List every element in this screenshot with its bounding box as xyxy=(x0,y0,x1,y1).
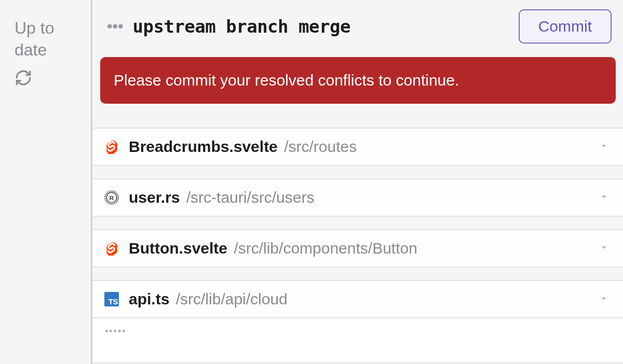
file-diff-content: ••••• xyxy=(92,318,623,363)
file-name: api.ts xyxy=(129,290,169,307)
svelte-icon xyxy=(104,241,119,256)
file-row[interactable]: TS api.ts /src/lib/api/cloud xyxy=(92,280,623,318)
file-path: /src/routes xyxy=(284,138,357,155)
sidebar: Up to date xyxy=(0,0,91,364)
typescript-icon: TS xyxy=(104,291,119,307)
chevron-down-icon[interactable] xyxy=(598,242,610,255)
commit-button[interactable]: Commit xyxy=(519,9,612,44)
conflict-alert: Please commit your resolved conflicts to… xyxy=(100,57,616,104)
file-text: Button.svelte /src/lib/components/Button xyxy=(129,240,589,257)
file-path: /src/lib/components/Button xyxy=(234,240,417,257)
file-name: Breadcrumbs.svelte xyxy=(129,138,278,155)
refresh-icon[interactable] xyxy=(15,69,83,89)
commit-title: upstream branch merge xyxy=(133,16,509,37)
file-text: user.rs /src-tauri/src/users xyxy=(129,189,589,206)
sync-status-text: Up to date xyxy=(15,18,83,61)
file-text: Breadcrumbs.svelte /src/routes xyxy=(129,138,589,156)
chevron-up-icon[interactable] xyxy=(598,292,610,306)
changed-files-list: Breadcrumbs.svelte /src/routes R user.rs… xyxy=(92,128,623,363)
rust-icon: R xyxy=(104,190,119,205)
file-name: Button.svelte xyxy=(129,240,227,257)
commit-header: ••• upstream branch merge Commit xyxy=(92,3,623,57)
file-row[interactable]: R user.rs /src-tauri/src/users xyxy=(92,178,623,217)
file-name: user.rs xyxy=(129,189,180,206)
chevron-down-icon[interactable] xyxy=(598,140,610,153)
chevron-down-icon[interactable] xyxy=(598,191,610,204)
file-path: /src/lib/api/cloud xyxy=(176,290,288,307)
svg-text:R: R xyxy=(110,194,114,201)
svelte-icon xyxy=(104,139,119,155)
file-row[interactable]: Button.svelte /src/lib/components/Button xyxy=(92,229,623,268)
file-text: api.ts /src/lib/api/cloud xyxy=(129,290,589,308)
more-options-icon[interactable]: ••• xyxy=(107,19,124,34)
main-panel: ••• upstream branch merge Commit Please … xyxy=(92,0,623,364)
file-path: /src-tauri/src/users xyxy=(186,189,315,206)
diff-collapsed-indicator[interactable]: ••••• xyxy=(105,326,613,337)
file-row[interactable]: Breadcrumbs.svelte /src/routes xyxy=(92,128,623,166)
